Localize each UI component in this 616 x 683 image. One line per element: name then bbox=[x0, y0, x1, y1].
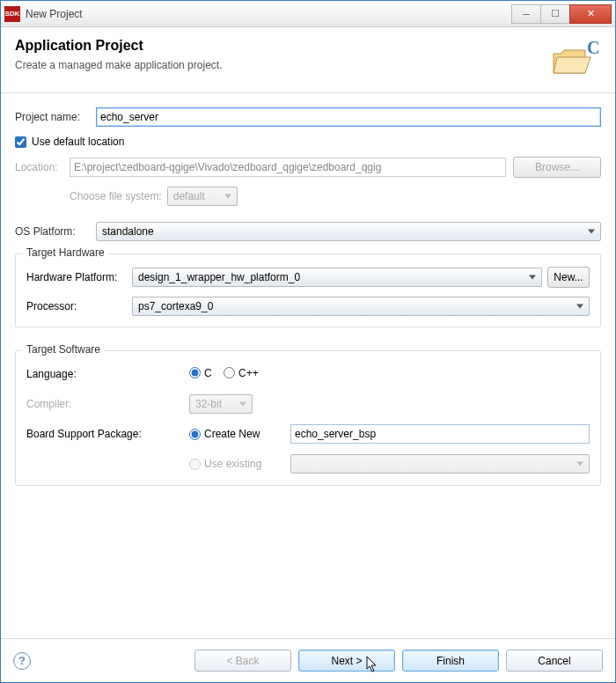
bsp-existing-select bbox=[290, 454, 590, 474]
filesystem-label: Choose file system: bbox=[70, 190, 162, 202]
language-label: Language: bbox=[26, 368, 154, 380]
hw-platform-select[interactable]: design_1_wrapper_hw_platform_0 bbox=[132, 268, 542, 287]
cursor-icon bbox=[366, 656, 380, 675]
bsp-use-existing-radio[interactable]: Use existing bbox=[189, 458, 261, 470]
chevron-down-icon bbox=[576, 462, 583, 466]
dialog-window: SDK New Project ─ ☐ ✕ Application Projec… bbox=[0, 0, 616, 683]
window-buttons: ─ ☐ ✕ bbox=[512, 4, 612, 24]
sdk-app-icon: SDK bbox=[4, 6, 20, 22]
project-name-input[interactable] bbox=[96, 107, 601, 127]
finish-button[interactable]: Finish bbox=[402, 650, 499, 672]
help-icon[interactable]: ? bbox=[13, 652, 31, 670]
project-name-label: Project name: bbox=[15, 111, 96, 123]
location-input bbox=[70, 158, 506, 177]
maximize-button[interactable]: ☐ bbox=[540, 4, 570, 24]
language-c-radio[interactable]: C bbox=[189, 367, 212, 379]
bsp-create-new-radio[interactable]: Create New bbox=[189, 428, 260, 440]
location-label: Location: bbox=[15, 161, 70, 173]
use-default-location-label: Use default location bbox=[32, 136, 124, 148]
target-hardware-group: Target Hardware Hardware Platform: desig… bbox=[15, 253, 601, 327]
svg-text:C: C bbox=[587, 38, 599, 57]
close-button[interactable]: ✕ bbox=[569, 4, 612, 24]
next-button[interactable]: Next > bbox=[298, 650, 395, 672]
hw-platform-label: Hardware Platform: bbox=[26, 271, 132, 283]
dialog-body: Project name: Use default location Locat… bbox=[1, 93, 615, 638]
new-hw-platform-button[interactable]: New... bbox=[547, 267, 590, 288]
filesystem-select: default bbox=[167, 187, 238, 206]
use-default-location-input[interactable] bbox=[15, 136, 26, 148]
compiler-label: Compiler: bbox=[26, 398, 154, 410]
chevron-down-icon bbox=[588, 230, 595, 234]
target-hardware-label: Target Hardware bbox=[23, 246, 108, 259]
dialog-header: Application Project Create a managed mak… bbox=[1, 27, 615, 93]
os-platform-label: OS Platform: bbox=[15, 225, 96, 238]
browse-button: Browse... bbox=[513, 157, 601, 178]
language-cpp-radio[interactable]: C++ bbox=[224, 367, 259, 379]
target-software-label: Target Software bbox=[23, 343, 104, 356]
use-default-location-checkbox[interactable]: Use default location bbox=[15, 136, 601, 148]
os-platform-select[interactable]: standalone bbox=[96, 222, 601, 241]
chevron-down-icon bbox=[529, 275, 536, 280]
compiler-select: 32-bit bbox=[189, 394, 253, 414]
processor-label: Processor: bbox=[26, 300, 132, 312]
page-description: Create a managed make application projec… bbox=[15, 59, 548, 71]
titlebar[interactable]: SDK New Project ─ ☐ ✕ bbox=[1, 1, 615, 27]
cancel-button[interactable]: Cancel bbox=[506, 650, 603, 672]
processor-select[interactable]: ps7_cortexa9_0 bbox=[132, 297, 590, 316]
header-folder-icon: C bbox=[548, 38, 601, 80]
chevron-down-icon bbox=[224, 195, 231, 199]
dialog-footer: ? < Back Next > Finish Cancel bbox=[1, 638, 615, 682]
chevron-down-icon bbox=[576, 305, 583, 309]
page-title: Application Project bbox=[15, 38, 548, 54]
bsp-name-input[interactable] bbox=[290, 424, 590, 444]
target-software-group: Target Software Language: C C++ Compiler… bbox=[15, 350, 601, 486]
chevron-down-icon bbox=[239, 402, 246, 407]
window-title: New Project bbox=[26, 8, 512, 20]
minimize-button[interactable]: ─ bbox=[511, 4, 541, 24]
back-button: < Back bbox=[194, 650, 291, 672]
bsp-label: Board Support Package: bbox=[26, 428, 154, 440]
